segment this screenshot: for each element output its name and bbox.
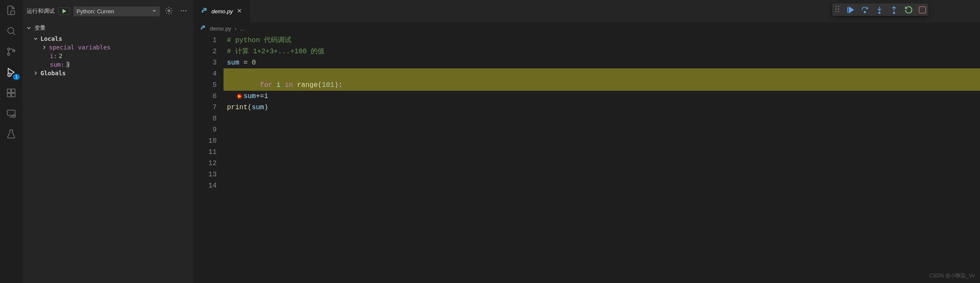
restart-button[interactable]: [904, 6, 913, 14]
locals-node[interactable]: Locals: [22, 34, 193, 43]
svg-point-1: [8, 48, 10, 50]
sidebar-title: 运行和调试: [27, 7, 55, 15]
svg-point-13: [183, 10, 184, 11]
special-variables-node[interactable]: special variables: [22, 43, 193, 52]
svg-point-0: [8, 28, 14, 34]
svg-point-16: [838, 6, 839, 7]
more-icon[interactable]: [178, 5, 189, 18]
current-execution-line: for i in range(101):: [224, 68, 980, 91]
svg-rect-8: [12, 89, 15, 92]
debug-badge: 1: [13, 74, 20, 80]
breadcrumb-file: demo.py: [210, 25, 231, 32]
tab-demo-py[interactable]: demo.py: [193, 0, 250, 22]
drag-handle-icon[interactable]: [835, 5, 840, 14]
debug-toolbar: [832, 3, 928, 16]
globals-label: Globals: [40, 70, 66, 77]
svg-point-20: [838, 11, 839, 12]
svg-rect-5: [7, 89, 11, 92]
extensions-icon[interactable]: [5, 87, 17, 99]
config-label: Python: Curren: [77, 8, 114, 15]
debug-config-select[interactable]: Python: Curren: [74, 6, 160, 16]
gear-icon[interactable]: [163, 5, 175, 18]
step-over-button[interactable]: [861, 6, 869, 14]
variables-tree: Locals special variables i: 2 sum: 3 Glo…: [22, 34, 193, 78]
testing-icon[interactable]: [5, 128, 17, 140]
svg-rect-7: [12, 93, 15, 97]
svg-point-14: [185, 10, 186, 11]
search-icon[interactable]: [5, 25, 17, 37]
svg-point-2: [8, 53, 10, 55]
explorer-icon[interactable]: [5, 4, 17, 16]
start-debug-button[interactable]: [58, 7, 70, 15]
var-i-name: i:: [50, 52, 57, 59]
svg-point-18: [838, 9, 839, 9]
continue-button[interactable]: [846, 6, 854, 14]
step-into-button[interactable]: [875, 6, 884, 14]
close-icon[interactable]: [236, 8, 242, 15]
svg-point-21: [864, 11, 865, 12]
svg-point-11: [168, 9, 170, 12]
var-i-value: 2: [59, 52, 62, 59]
svg-point-19: [836, 11, 836, 12]
watermark: CSDN @小啊磊_Vv: [929, 272, 975, 280]
breadcrumb[interactable]: demo.py › ...: [193, 22, 980, 35]
special-variables-label: special variables: [49, 44, 110, 51]
activity-bar: 1: [0, 0, 22, 283]
breadcrumb-sep: ›: [235, 25, 236, 32]
python-file-icon: [200, 25, 206, 32]
globals-node[interactable]: Globals: [22, 69, 193, 77]
tab-filename: demo.py: [211, 8, 233, 15]
svg-point-23: [893, 12, 894, 13]
editor-area: demo.py demo.py › ... 1 2 3 4 5 6 7 8 9 …: [193, 0, 980, 283]
locals-label: Locals: [40, 35, 62, 42]
svg-point-12: [181, 10, 182, 11]
variables-label: 变量: [34, 24, 46, 32]
var-sum-name: sum:: [50, 61, 64, 68]
stop-button[interactable]: [919, 6, 926, 13]
run-debug-icon[interactable]: 1: [5, 66, 17, 78]
debug-sidebar: 运行和调试 Python: Curren 变量 Locals special v…: [22, 0, 193, 283]
svg-point-15: [836, 6, 836, 7]
variable-i[interactable]: i: 2: [22, 52, 193, 60]
sidebar-header: 运行和调试 Python: Curren: [22, 0, 193, 22]
source-control-icon[interactable]: [5, 46, 17, 58]
chevron-down-icon: [152, 8, 157, 15]
svg-rect-6: [7, 93, 11, 97]
code-content[interactable]: # python 代码调试 # 计算 1+2+3+...+100 的值 sum …: [224, 35, 980, 191]
svg-point-17: [836, 9, 836, 9]
execution-pointer-icon: [194, 81, 202, 89]
code-editor[interactable]: 1 2 3 4 5 6 7 8 9 10 11 12 13 14 # pytho…: [193, 35, 980, 191]
svg-point-22: [879, 12, 880, 13]
remote-icon[interactable]: [5, 108, 17, 120]
breadcrumb-tail: ...: [240, 25, 245, 32]
variables-section-header[interactable]: 变量: [22, 22, 193, 34]
variable-sum[interactable]: sum: 3: [22, 60, 193, 69]
var-sum-value: 3: [66, 61, 70, 68]
python-file-icon: [201, 7, 208, 15]
step-out-button[interactable]: [890, 6, 898, 14]
svg-rect-9: [7, 110, 15, 115]
